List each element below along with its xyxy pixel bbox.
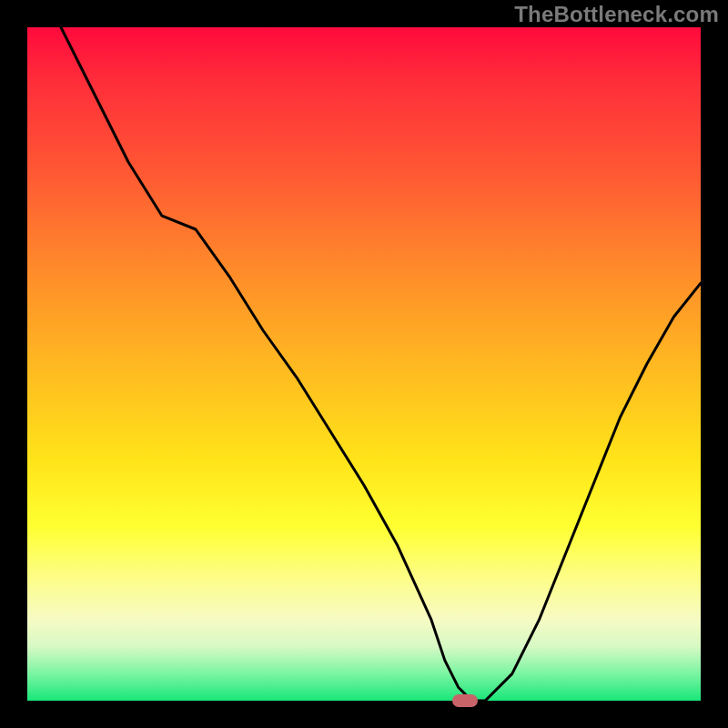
bottleneck-curve bbox=[61, 27, 701, 701]
curve-svg bbox=[27, 27, 701, 701]
plot-area bbox=[27, 27, 701, 701]
watermark-text: TheBottleneck.com bbox=[514, 2, 719, 27]
chart-frame: TheBottleneck.com bbox=[0, 0, 728, 728]
optimal-zone-marker bbox=[452, 694, 478, 707]
